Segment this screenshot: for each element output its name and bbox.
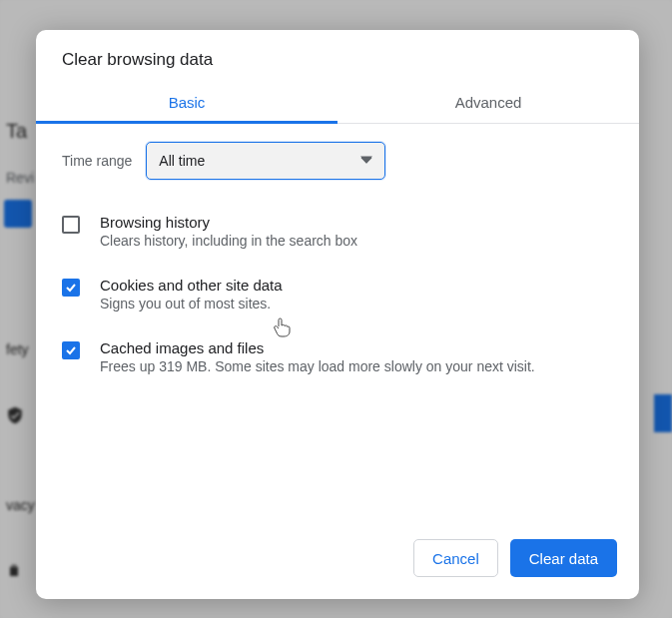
tab-advanced[interactable]: Advanced (337, 82, 639, 123)
cancel-button[interactable]: Cancel (413, 539, 498, 577)
tab-basic[interactable]: Basic (36, 82, 337, 123)
chevron-down-icon (360, 152, 372, 170)
time-range-label: Time range (62, 153, 132, 169)
option-desc: Frees up 319 MB. Some sites may load mor… (100, 358, 535, 374)
option-title: Cookies and other site data (100, 277, 283, 294)
dialog-footer: Cancel Clear data (36, 523, 639, 599)
checkbox-cookies[interactable] (62, 279, 80, 297)
dialog-tabs: Basic Advanced (36, 82, 639, 124)
dialog-body: Time range All time Browsing history Cle… (36, 124, 639, 523)
option-browsing-history: Browsing history Clears history, includi… (62, 204, 613, 267)
tab-advanced-label: Advanced (455, 94, 522, 111)
option-title: Browsing history (100, 214, 357, 231)
option-title: Cached images and files (100, 339, 535, 356)
svg-marker-0 (360, 156, 372, 163)
clear-data-button[interactable]: Clear data (510, 539, 617, 577)
option-desc: Clears history, including in the search … (100, 233, 357, 249)
tab-basic-label: Basic (169, 94, 206, 111)
checkbox-browsing-history[interactable] (62, 216, 80, 234)
option-cookies: Cookies and other site data Signs you ou… (62, 267, 613, 329)
time-range-row: Time range All time (62, 142, 613, 180)
dialog-title: Clear browsing data (36, 30, 639, 74)
option-desc: Signs you out of most sites. (100, 296, 283, 311)
time-range-value: All time (159, 153, 205, 169)
checkbox-cache[interactable] (62, 341, 80, 359)
cancel-button-label: Cancel (432, 550, 479, 567)
option-cache: Cached images and files Frees up 319 MB.… (62, 329, 613, 392)
clear-data-button-label: Clear data (529, 550, 598, 567)
time-range-select[interactable]: All time (146, 142, 385, 180)
clear-browsing-data-dialog: Clear browsing data Basic Advanced Time … (36, 30, 639, 599)
